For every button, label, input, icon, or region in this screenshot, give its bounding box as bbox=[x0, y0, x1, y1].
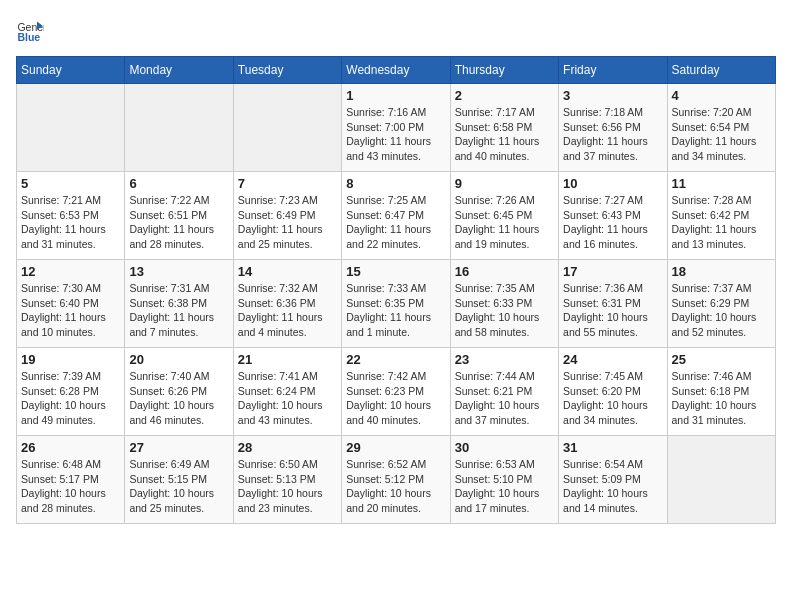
day-info: Sunrise: 7:35 AM Sunset: 6:33 PM Dayligh… bbox=[455, 281, 554, 340]
calendar-cell: 20Sunrise: 7:40 AM Sunset: 6:26 PM Dayli… bbox=[125, 348, 233, 436]
calendar-cell: 29Sunrise: 6:52 AM Sunset: 5:12 PM Dayli… bbox=[342, 436, 450, 524]
day-info: Sunrise: 7:27 AM Sunset: 6:43 PM Dayligh… bbox=[563, 193, 662, 252]
week-row-1: 1Sunrise: 7:16 AM Sunset: 7:00 PM Daylig… bbox=[17, 84, 776, 172]
day-info: Sunrise: 7:16 AM Sunset: 7:00 PM Dayligh… bbox=[346, 105, 445, 164]
col-header-saturday: Saturday bbox=[667, 57, 775, 84]
calendar-cell: 18Sunrise: 7:37 AM Sunset: 6:29 PM Dayli… bbox=[667, 260, 775, 348]
col-header-monday: Monday bbox=[125, 57, 233, 84]
calendar-cell: 11Sunrise: 7:28 AM Sunset: 6:42 PM Dayli… bbox=[667, 172, 775, 260]
day-number: 12 bbox=[21, 264, 120, 279]
day-number: 8 bbox=[346, 176, 445, 191]
day-number: 25 bbox=[672, 352, 771, 367]
calendar-cell: 22Sunrise: 7:42 AM Sunset: 6:23 PM Dayli… bbox=[342, 348, 450, 436]
day-number: 13 bbox=[129, 264, 228, 279]
day-number: 20 bbox=[129, 352, 228, 367]
week-row-3: 12Sunrise: 7:30 AM Sunset: 6:40 PM Dayli… bbox=[17, 260, 776, 348]
calendar-cell bbox=[667, 436, 775, 524]
calendar-cell: 31Sunrise: 6:54 AM Sunset: 5:09 PM Dayli… bbox=[559, 436, 667, 524]
day-info: Sunrise: 7:26 AM Sunset: 6:45 PM Dayligh… bbox=[455, 193, 554, 252]
day-info: Sunrise: 7:44 AM Sunset: 6:21 PM Dayligh… bbox=[455, 369, 554, 428]
day-info: Sunrise: 6:50 AM Sunset: 5:13 PM Dayligh… bbox=[238, 457, 337, 516]
day-info: Sunrise: 7:37 AM Sunset: 6:29 PM Dayligh… bbox=[672, 281, 771, 340]
calendar-cell: 28Sunrise: 6:50 AM Sunset: 5:13 PM Dayli… bbox=[233, 436, 341, 524]
day-number: 16 bbox=[455, 264, 554, 279]
calendar-cell: 19Sunrise: 7:39 AM Sunset: 6:28 PM Dayli… bbox=[17, 348, 125, 436]
col-header-friday: Friday bbox=[559, 57, 667, 84]
col-header-tuesday: Tuesday bbox=[233, 57, 341, 84]
calendar-cell: 3Sunrise: 7:18 AM Sunset: 6:56 PM Daylig… bbox=[559, 84, 667, 172]
calendar-cell: 10Sunrise: 7:27 AM Sunset: 6:43 PM Dayli… bbox=[559, 172, 667, 260]
calendar-cell: 13Sunrise: 7:31 AM Sunset: 6:38 PM Dayli… bbox=[125, 260, 233, 348]
day-info: Sunrise: 7:18 AM Sunset: 6:56 PM Dayligh… bbox=[563, 105, 662, 164]
day-info: Sunrise: 6:54 AM Sunset: 5:09 PM Dayligh… bbox=[563, 457, 662, 516]
day-info: Sunrise: 7:28 AM Sunset: 6:42 PM Dayligh… bbox=[672, 193, 771, 252]
calendar-cell: 30Sunrise: 6:53 AM Sunset: 5:10 PM Dayli… bbox=[450, 436, 558, 524]
calendar-cell: 8Sunrise: 7:25 AM Sunset: 6:47 PM Daylig… bbox=[342, 172, 450, 260]
day-info: Sunrise: 7:33 AM Sunset: 6:35 PM Dayligh… bbox=[346, 281, 445, 340]
week-row-5: 26Sunrise: 6:48 AM Sunset: 5:17 PM Dayli… bbox=[17, 436, 776, 524]
day-number: 21 bbox=[238, 352, 337, 367]
calendar-table: SundayMondayTuesdayWednesdayThursdayFrid… bbox=[16, 56, 776, 524]
day-info: Sunrise: 7:42 AM Sunset: 6:23 PM Dayligh… bbox=[346, 369, 445, 428]
day-number: 19 bbox=[21, 352, 120, 367]
day-info: Sunrise: 7:39 AM Sunset: 6:28 PM Dayligh… bbox=[21, 369, 120, 428]
day-number: 30 bbox=[455, 440, 554, 455]
calendar-cell: 4Sunrise: 7:20 AM Sunset: 6:54 PM Daylig… bbox=[667, 84, 775, 172]
day-info: Sunrise: 7:25 AM Sunset: 6:47 PM Dayligh… bbox=[346, 193, 445, 252]
col-header-sunday: Sunday bbox=[17, 57, 125, 84]
day-info: Sunrise: 7:36 AM Sunset: 6:31 PM Dayligh… bbox=[563, 281, 662, 340]
page-header: General Blue bbox=[16, 16, 776, 44]
day-info: Sunrise: 6:48 AM Sunset: 5:17 PM Dayligh… bbox=[21, 457, 120, 516]
calendar-cell: 24Sunrise: 7:45 AM Sunset: 6:20 PM Dayli… bbox=[559, 348, 667, 436]
calendar-cell: 5Sunrise: 7:21 AM Sunset: 6:53 PM Daylig… bbox=[17, 172, 125, 260]
day-number: 26 bbox=[21, 440, 120, 455]
day-number: 27 bbox=[129, 440, 228, 455]
calendar-cell bbox=[17, 84, 125, 172]
day-number: 18 bbox=[672, 264, 771, 279]
calendar-cell: 2Sunrise: 7:17 AM Sunset: 6:58 PM Daylig… bbox=[450, 84, 558, 172]
calendar-cell: 9Sunrise: 7:26 AM Sunset: 6:45 PM Daylig… bbox=[450, 172, 558, 260]
calendar-cell: 25Sunrise: 7:46 AM Sunset: 6:18 PM Dayli… bbox=[667, 348, 775, 436]
day-info: Sunrise: 7:30 AM Sunset: 6:40 PM Dayligh… bbox=[21, 281, 120, 340]
week-row-2: 5Sunrise: 7:21 AM Sunset: 6:53 PM Daylig… bbox=[17, 172, 776, 260]
day-number: 31 bbox=[563, 440, 662, 455]
day-info: Sunrise: 7:20 AM Sunset: 6:54 PM Dayligh… bbox=[672, 105, 771, 164]
day-number: 22 bbox=[346, 352, 445, 367]
calendar-cell: 7Sunrise: 7:23 AM Sunset: 6:49 PM Daylig… bbox=[233, 172, 341, 260]
day-info: Sunrise: 7:41 AM Sunset: 6:24 PM Dayligh… bbox=[238, 369, 337, 428]
day-number: 4 bbox=[672, 88, 771, 103]
day-info: Sunrise: 7:45 AM Sunset: 6:20 PM Dayligh… bbox=[563, 369, 662, 428]
day-number: 3 bbox=[563, 88, 662, 103]
calendar-cell bbox=[233, 84, 341, 172]
day-number: 7 bbox=[238, 176, 337, 191]
col-header-thursday: Thursday bbox=[450, 57, 558, 84]
calendar-cell: 6Sunrise: 7:22 AM Sunset: 6:51 PM Daylig… bbox=[125, 172, 233, 260]
week-row-4: 19Sunrise: 7:39 AM Sunset: 6:28 PM Dayli… bbox=[17, 348, 776, 436]
calendar-cell: 17Sunrise: 7:36 AM Sunset: 6:31 PM Dayli… bbox=[559, 260, 667, 348]
day-number: 14 bbox=[238, 264, 337, 279]
day-info: Sunrise: 7:32 AM Sunset: 6:36 PM Dayligh… bbox=[238, 281, 337, 340]
day-number: 2 bbox=[455, 88, 554, 103]
day-number: 10 bbox=[563, 176, 662, 191]
calendar-cell: 12Sunrise: 7:30 AM Sunset: 6:40 PM Dayli… bbox=[17, 260, 125, 348]
calendar-cell: 27Sunrise: 6:49 AM Sunset: 5:15 PM Dayli… bbox=[125, 436, 233, 524]
calendar-cell: 14Sunrise: 7:32 AM Sunset: 6:36 PM Dayli… bbox=[233, 260, 341, 348]
calendar-cell: 23Sunrise: 7:44 AM Sunset: 6:21 PM Dayli… bbox=[450, 348, 558, 436]
logo: General Blue bbox=[16, 16, 44, 44]
day-number: 23 bbox=[455, 352, 554, 367]
day-number: 28 bbox=[238, 440, 337, 455]
day-info: Sunrise: 7:40 AM Sunset: 6:26 PM Dayligh… bbox=[129, 369, 228, 428]
calendar-cell: 16Sunrise: 7:35 AM Sunset: 6:33 PM Dayli… bbox=[450, 260, 558, 348]
day-number: 29 bbox=[346, 440, 445, 455]
day-number: 15 bbox=[346, 264, 445, 279]
day-info: Sunrise: 6:53 AM Sunset: 5:10 PM Dayligh… bbox=[455, 457, 554, 516]
day-info: Sunrise: 7:17 AM Sunset: 6:58 PM Dayligh… bbox=[455, 105, 554, 164]
day-info: Sunrise: 7:23 AM Sunset: 6:49 PM Dayligh… bbox=[238, 193, 337, 252]
day-number: 17 bbox=[563, 264, 662, 279]
day-info: Sunrise: 6:52 AM Sunset: 5:12 PM Dayligh… bbox=[346, 457, 445, 516]
day-number: 1 bbox=[346, 88, 445, 103]
calendar-cell: 26Sunrise: 6:48 AM Sunset: 5:17 PM Dayli… bbox=[17, 436, 125, 524]
calendar-cell: 15Sunrise: 7:33 AM Sunset: 6:35 PM Dayli… bbox=[342, 260, 450, 348]
day-info: Sunrise: 7:46 AM Sunset: 6:18 PM Dayligh… bbox=[672, 369, 771, 428]
day-info: Sunrise: 7:31 AM Sunset: 6:38 PM Dayligh… bbox=[129, 281, 228, 340]
